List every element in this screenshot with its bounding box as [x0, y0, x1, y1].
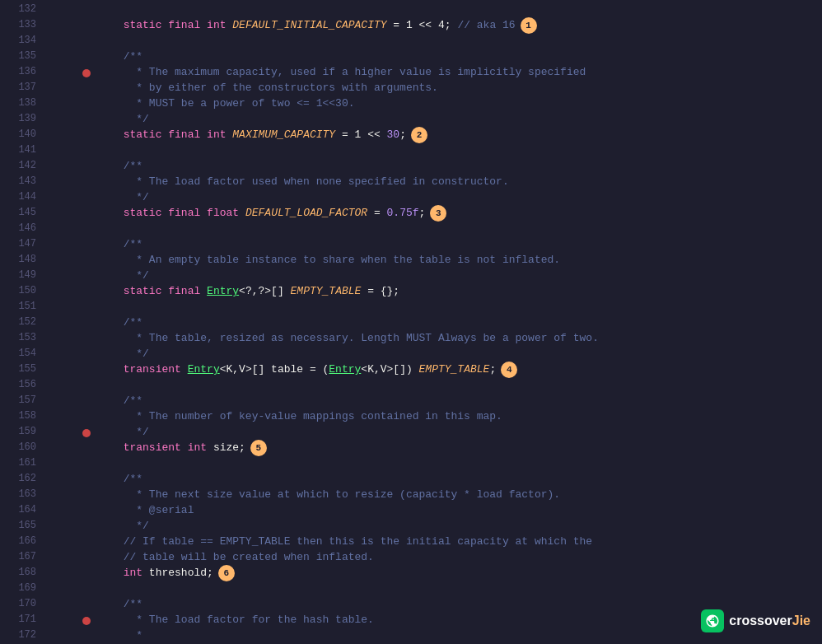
code-line-138: */: [46, 96, 822, 111]
watermark-label: crossoverJie: [729, 614, 810, 628]
code-line-161: /**: [46, 455, 822, 471]
code-container: 132 133 134 135 136 137 138 139 140 141 …: [0, 0, 822, 644]
code-line-152: * The table, resized as necessary. Lengt…: [46, 315, 822, 330]
code-line-153: */: [46, 330, 822, 346]
code-line-147: * An empty table instance to share when …: [46, 236, 822, 252]
code-line-142: * The load factor used when none specifi…: [46, 158, 822, 174]
code-line-143: */: [46, 174, 822, 189]
line-numbers: 132 133 134 135 136 137 138 139 140 141 …: [0, 0, 43, 644]
code-line-156: /**: [46, 377, 822, 393]
code-line-137: * MUST be a power of two <= 1<<30.: [46, 80, 822, 96]
code-line-140: [46, 127, 822, 142]
code-line-164: */: [46, 502, 822, 518]
code-line-165: // If table == EMPTY_TABLE then this is …: [46, 518, 822, 534]
code-line-158: */: [46, 408, 822, 424]
code-line-139: static final int MAXIMUM_CAPACITY = 1 <<…: [46, 111, 822, 127]
code-line-162: * The next size value at which to resize…: [46, 471, 822, 487]
code-line-145: [46, 205, 822, 221]
watermark: crossoverJie: [701, 609, 810, 632]
code-line-163: * @serial: [46, 487, 822, 502]
code-line-144: static final float DEFAULT_LOAD_FACTOR =…: [46, 189, 822, 205]
code-line-146: /**: [46, 221, 822, 236]
code-line-168: [46, 565, 822, 581]
code-line-148: */: [46, 252, 822, 268]
wechat-icon: [701, 609, 724, 632]
code-line-135: * The maximum capacity, used if a higher…: [46, 49, 822, 64]
code-line-154: transient Entry<K,V>[] table = (Entry<K,…: [46, 346, 822, 362]
code-area: 132 133 134 135 136 137 138 139 140 141 …: [0, 0, 822, 644]
code-line-167: int threshold;6: [46, 549, 822, 565]
code-line-151: /**: [46, 299, 822, 315]
code-line-159: transient int size;5: [46, 424, 822, 440]
code-line-157: * The number of key-value mappings conta…: [46, 393, 822, 408]
code-line-133: [46, 17, 822, 33]
code-lines: static final int DEFAULT_INITIAL_CAPACIT…: [43, 0, 822, 644]
code-line-132: static final int DEFAULT_INITIAL_CAPACIT…: [46, 2, 822, 17]
code-line-160: [46, 440, 822, 455]
code-line-149: static final Entry<?,?>[] EMPTY_TABLE = …: [46, 268, 822, 283]
code-line-141: /**: [46, 142, 822, 158]
code-line-155: [46, 362, 822, 377]
code-line-150: [46, 283, 822, 299]
code-line-136: * by either of the constructors with arg…: [46, 64, 822, 80]
code-line-166: // table will be created when inflated.: [46, 534, 822, 549]
code-line-134: /**: [46, 33, 822, 49]
code-line-169: /**: [46, 581, 822, 596]
